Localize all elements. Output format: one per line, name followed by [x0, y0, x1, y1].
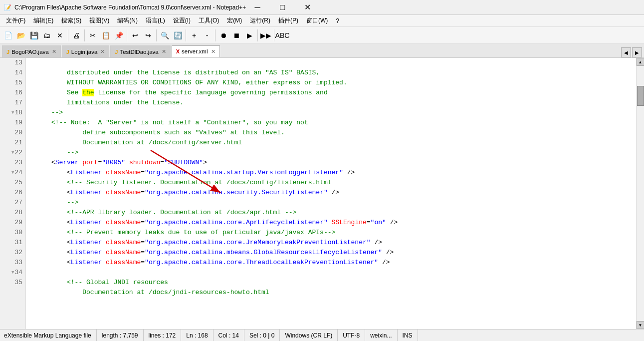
status-bar: eXtensible Markup Language file length :… — [0, 329, 644, 341]
tb-close[interactable]: ✕ — [54, 29, 66, 41]
tb-macro-play[interactable]: ▶ — [243, 29, 255, 41]
tb-macro-rec[interactable]: ⏺ — [217, 29, 229, 41]
tb-copy[interactable]: 📋 — [100, 29, 112, 41]
tab-icon-serverxml: X — [176, 48, 180, 54]
status-ins: INS — [398, 330, 418, 341]
line-num-28: 28 — [0, 208, 25, 218]
tab-close-serverxml[interactable]: ✕ — [211, 48, 215, 55]
menu-view[interactable]: 视图(V) — [85, 15, 113, 27]
line-num-30: 30 — [0, 228, 25, 238]
tb-save-all[interactable]: 🗂 — [41, 29, 53, 41]
tb-undo[interactable]: ↩ — [129, 29, 141, 41]
line-num-29: 29 — [0, 218, 25, 228]
line-num-16: 16 — [0, 88, 25, 98]
tab-login[interactable]: J Login.java ✕ — [62, 45, 110, 57]
line-num-33: 33 — [0, 258, 25, 268]
line-num-24: ▼24 — [0, 168, 25, 178]
app-icon: 📝 — [4, 4, 11, 11]
tab-close-bogopao[interactable]: ✕ — [52, 48, 56, 55]
code-line-22: <Server port="8005" shutdown="SHUTDOWN"> — [28, 148, 636, 158]
line-num-34: ▼34 — [0, 268, 25, 278]
menu-encoding[interactable]: 编码(N) — [113, 15, 142, 27]
tab-close-login[interactable]: ✕ — [100, 48, 105, 55]
status-lines: lines : 172 — [144, 330, 182, 341]
menu-bar: 文件(F) 编辑(E) 搜索(S) 视图(V) 编码(N) 语言(L) 设置(I… — [0, 15, 644, 27]
tab-label-login: Login.java — [71, 49, 97, 55]
scroll-track[interactable] — [637, 66, 644, 321]
line-num-21: 21 — [0, 138, 25, 148]
tab-icon-login: J — [66, 49, 69, 55]
line-num-15: 15 — [0, 78, 25, 88]
tab-label-bogopao: BogoPAO.java — [11, 49, 49, 55]
status-sel: Sel : 0 | 0 — [244, 330, 280, 341]
code-editor[interactable]: distributed under the License is distrib… — [26, 58, 636, 329]
close-button[interactable]: ✕ — [296, 0, 319, 15]
minimize-button[interactable]: ─ — [246, 0, 269, 15]
menu-window[interactable]: 窗口(W) — [302, 15, 332, 27]
tb-zoom-out[interactable]: - — [201, 29, 213, 41]
line-num-20: 20 — [0, 128, 25, 138]
tabs-prev-button[interactable]: ◀ — [621, 47, 631, 57]
line-numbers: 13 14 15 16 17 ▼18 19 20 21 ▼22 23 ▼24 2… — [0, 58, 26, 329]
tab-bogopao[interactable]: J BogoPAO.java ✕ — [2, 45, 61, 57]
line-num-19: 19 — [0, 118, 25, 128]
tb-new[interactable]: 📄 — [2, 29, 14, 41]
line-num-25: 25 — [0, 178, 25, 188]
tb-cut[interactable]: ✂ — [87, 29, 99, 41]
line-num-22: ▼22 — [0, 148, 25, 158]
editor-container: 13 14 15 16 17 ▼18 19 20 21 ▼22 23 ▼24 2… — [0, 58, 644, 329]
maximize-button[interactable]: □ — [271, 0, 294, 15]
menu-macro[interactable]: 宏(M) — [223, 15, 246, 27]
scroll-down-button[interactable]: ▼ — [637, 321, 644, 329]
status-extra: weixin... — [365, 330, 397, 341]
tab-icon-bogopao: J — [6, 49, 9, 55]
menu-file[interactable]: 文件(F) — [2, 15, 29, 27]
scroll-thumb[interactable] — [637, 86, 644, 106]
tb-open[interactable]: 📂 — [15, 29, 27, 41]
line-num-32: 32 — [0, 248, 25, 258]
tb-print[interactable]: 🖨 — [70, 29, 82, 41]
tab-icon-testdldao: J — [115, 49, 118, 55]
tb-save[interactable]: 💾 — [28, 29, 40, 41]
tb-find[interactable]: 🔍 — [159, 29, 171, 41]
status-charset: UTF-8 — [338, 330, 365, 341]
line-num-23: 23 — [0, 158, 25, 168]
status-col: Col : 14 — [214, 330, 244, 341]
menu-language[interactable]: 语言(L) — [142, 15, 169, 27]
tb-spellcheck[interactable]: ABC — [276, 29, 288, 41]
tab-label-testdldao: TestDlDao.java — [120, 49, 158, 55]
menu-edit[interactable]: 编辑(E) — [29, 15, 57, 27]
title-bar: 📝 C:\Program Files\Apache Software Found… — [0, 0, 644, 15]
tb-paste[interactable]: 📌 — [113, 29, 125, 41]
scroll-up-button[interactable]: ▲ — [637, 58, 644, 66]
menu-tools[interactable]: 工具(O) — [195, 15, 223, 27]
tb-run[interactable]: ▶▶ — [260, 29, 272, 41]
line-num-35: 35 — [0, 278, 25, 288]
code-line-34: <!-- Global JNDI resources — [28, 268, 636, 278]
tabs-next-button[interactable]: ▶ — [632, 47, 642, 57]
tb-zoom-in[interactable]: + — [188, 29, 200, 41]
tb-redo[interactable]: ↪ — [142, 29, 154, 41]
code-line-18: <!-- Note: A "Server" is not itself a "C… — [28, 108, 636, 118]
line-num-17: 17 — [0, 98, 25, 108]
toolbar: 📄 📂 💾 🗂 ✕ 🖨 ✂ 📋 📌 ↩ ↪ 🔍 🔄 + - ⏺ ⏹ ▶ ▶▶ A… — [0, 27, 644, 44]
code-line-27: <!--APR library loader. Documentation at… — [28, 198, 636, 208]
toolbar-sep-5 — [186, 29, 186, 41]
tb-macro-stop[interactable]: ⏹ — [230, 29, 242, 41]
line-num-18: ▼18 — [0, 108, 25, 118]
tabs-navigation: ◀ ▶ — [621, 47, 642, 57]
tab-testdldao[interactable]: J TestDlDao.java ✕ — [110, 45, 170, 57]
menu-run[interactable]: 运行(R) — [246, 15, 274, 27]
menu-search[interactable]: 搜索(S) — [57, 15, 85, 27]
menu-settings[interactable]: 设置(I) — [169, 15, 195, 27]
status-eol: Windows (CR LF) — [280, 330, 338, 341]
vertical-scrollbar[interactable]: ▲ ▼ — [636, 58, 644, 329]
status-ln: Ln : 168 — [181, 330, 213, 341]
toolbar-sep-2 — [84, 29, 85, 41]
tab-serverxml[interactable]: X server.xml ✕ — [172, 45, 220, 57]
toolbar-sep-6 — [215, 29, 215, 41]
tb-replace[interactable]: 🔄 — [172, 29, 184, 41]
menu-plugins[interactable]: 插件(P) — [274, 15, 302, 27]
tab-close-testdldao[interactable]: ✕ — [162, 48, 166, 55]
menu-help[interactable]: ? — [332, 15, 343, 27]
